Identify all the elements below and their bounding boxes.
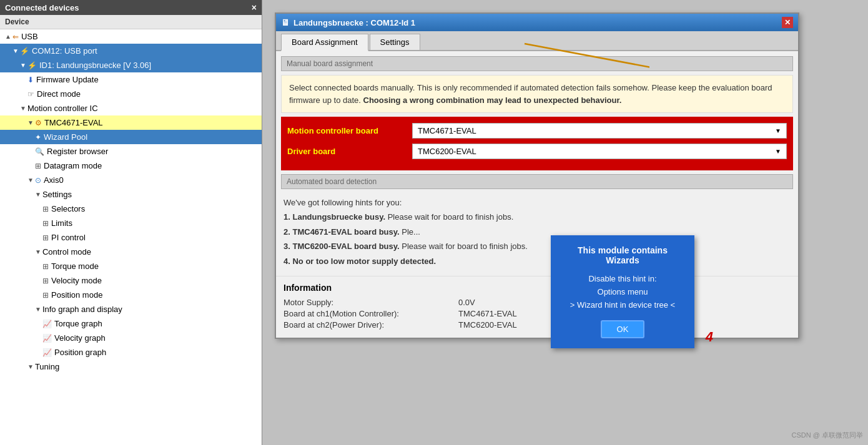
register-icon: 🔍 (35, 147, 44, 156)
info-key-ch2: Board at ch2(Power Driver): (284, 320, 458, 330)
com12-icon: ⚡ (20, 47, 29, 56)
tree-label-com12: COM12: USB port (32, 46, 97, 56)
expand-usb-icon: ▲ (5, 33, 11, 40)
motion-board-select[interactable]: TMC4671-EVAL ▼ (412, 123, 787, 139)
info-val-ch2: TMC6200-EVAL (458, 320, 517, 330)
tree-label-axis0: Axis0 (44, 175, 64, 185)
driver-board-select[interactable]: TMC6200-EVAL ▼ (412, 144, 787, 159)
driver-select-arrow: ▼ (775, 148, 781, 155)
wizard-tooltip-title: This module contains Wizards (563, 245, 682, 265)
tree-label-firmware: Firmware Update (36, 75, 99, 84)
hint-3-bold: TMC6200-EVAL board busy. (292, 242, 399, 251)
dialog-content: Manual board assignment Select connected… (276, 51, 798, 338)
expand-motion-icon: ▼ (20, 105, 26, 112)
hint-1: 1. Landungsbruecke busy. Please wait for… (284, 211, 791, 223)
info-val-ch1: TMC4671-EVAL (458, 309, 517, 318)
tree-item-wizard[interactable]: ✦ Wizard Pool (0, 130, 262, 144)
tree-item-register[interactable]: 🔍 Register browser (0, 144, 262, 159)
wizard-tooltip: This module contains Wizards Disable thi… (551, 235, 694, 348)
hint-2-bold: TMC4671-EVAL board busy. (292, 227, 399, 237)
info-row-motor: Motor Supply: 0.0V (284, 298, 791, 307)
watermark: CSDN @ 卓联微范同举 (792, 431, 863, 440)
tree-item-positionmode[interactable]: ⊞ Position mode (0, 288, 262, 302)
tree-label-usb: USB (21, 32, 38, 41)
direct-icon: ☞ (27, 90, 34, 99)
tree-item-usb[interactable]: ▲ ⇐ USB (0, 29, 262, 44)
limits-icon: ⊞ (42, 219, 49, 228)
left-panel: Connected devices × Device ▲ ⇐ USB ▼ ⚡ C… (0, 0, 262, 445)
info-key-ch1: Board at ch1(Motion Controller): (284, 309, 458, 318)
motion-board-value: TMC4671-EVAL (418, 126, 476, 135)
tree-item-tuning[interactable]: ▼ Tuning (0, 359, 262, 374)
tree-item-firmware[interactable]: ⬇ Firmware Update (0, 72, 262, 87)
dialog-title: Landungsbruecke : COM12-Id 1 (293, 18, 415, 27)
tree-item-control[interactable]: ▼ Control mode (0, 245, 262, 259)
tree-label-limits: Limits (51, 218, 72, 228)
hint-4: 4. No or too low motor supply detected. (284, 255, 791, 268)
wizard-ok-button[interactable]: OK (601, 320, 645, 338)
tree-item-pi[interactable]: ⊞ PI control (0, 230, 262, 245)
tree-item-selectors[interactable]: ⊞ Selectors (0, 202, 262, 216)
tree-item-limits[interactable]: ⊞ Limits (0, 216, 262, 230)
info-row-ch1: Board at ch1(Motion Controller): TMC4671… (284, 309, 791, 318)
manual-section-header: Manual board assignment (281, 56, 793, 71)
tree-label-positionmode: Position mode (51, 290, 102, 300)
id1-icon: ⚡ (27, 61, 37, 70)
wizard-icon: ✦ (35, 133, 41, 142)
tree-item-com12[interactable]: ▼ ⚡ COM12: USB port (0, 44, 262, 58)
tree-item-velocitymode[interactable]: ⊞ Velocity mode (0, 273, 262, 288)
tree-label-direct: Direct mode (37, 89, 81, 99)
titlebar-left: 🖥 Landungsbruecke : COM12-Id 1 (281, 17, 415, 27)
info-key-motor: Motor Supply: (284, 298, 458, 307)
datagram-icon: ⊞ (35, 162, 41, 170)
tooltip-line2: Options menu (563, 286, 682, 299)
driver-board-value: TMC6200-EVAL (418, 147, 476, 156)
tree-item-settings[interactable]: ▼ Settings (0, 187, 262, 202)
torquemode-icon: ⊞ (42, 262, 49, 271)
motion-board-row: Motion controller board TMC4671-EVAL ▼ (287, 123, 787, 139)
panel-device-header: Device (0, 15, 262, 29)
tab-settings[interactable]: Settings (370, 34, 420, 50)
tree-item-axis0[interactable]: ▼ ⊙ Axis0 (0, 173, 262, 187)
tree-label-datagram: Datagram mode (44, 161, 102, 170)
tooltip-line1: Disable this hint in: (563, 273, 682, 286)
tree-item-positiongraph[interactable]: 📈 Position graph (0, 345, 262, 359)
driver-board-label: Driver board (287, 147, 412, 156)
tree-label-infograph: Info graph and display (42, 305, 122, 314)
warning-bold: Choosing a wrong combination may lead to… (363, 95, 622, 105)
device-tree: ▲ ⇐ USB ▼ ⚡ COM12: USB port ▼ ⚡ ID1: Lan… (0, 29, 262, 445)
tree-item-torquegraph[interactable]: 📈 Torque graph (0, 316, 262, 331)
hint-1-rest: Please wait for board to finish jobs. (388, 212, 514, 222)
tree-item-direct[interactable]: ☞ Direct mode (0, 87, 262, 101)
tree-item-torquemode[interactable]: ⊞ Torque mode (0, 259, 262, 273)
tree-item-velocitygraph[interactable]: 📈 Velocity graph (0, 331, 262, 345)
axis-icon: ⊙ (35, 176, 41, 185)
selector-icon: ⊞ (42, 205, 49, 213)
expand-com12-icon: ▼ (12, 47, 19, 54)
auto-detect-header: Automated board detection (281, 174, 793, 189)
warning-box: Select connected boards manually. This i… (281, 75, 793, 113)
dialog-titlebar: 🖥 Landungsbruecke : COM12-Id 1 ✕ (276, 14, 798, 31)
tree-label-settings: Settings (42, 190, 72, 199)
hint-2: 2. TMC4671-EVAL board busy. Ple... (284, 226, 791, 238)
tree-item-motion[interactable]: ▼ Motion controller IC (0, 101, 262, 115)
tree-label-tmc4671: TMC4671-EVAL (44, 118, 103, 127)
tree-label-velocitygraph: Velocity graph (54, 333, 106, 343)
tab-board-assignment[interactable]: Board Assignment (281, 34, 368, 51)
tree-label-positiongraph: Position graph (54, 348, 106, 357)
panel-close-btn[interactable]: × (252, 2, 257, 12)
dialog-tabs: Board Assignment Settings (276, 31, 798, 51)
dialog-window: 🖥 Landungsbruecke : COM12-Id 1 ✕ Board A… (275, 12, 799, 339)
tree-label-selectors: Selectors (51, 204, 85, 213)
expand-tmc-icon: ▼ (27, 119, 34, 126)
tree-item-datagram[interactable]: ⊞ Datagram mode (0, 159, 262, 173)
firmware-icon: ⬇ (27, 76, 34, 84)
tree-item-id1[interactable]: ▼ ⚡ ID1: Landungsbruecke [V 3.06] (0, 58, 262, 72)
tree-item-infograph[interactable]: ▼ Info graph and display (0, 302, 262, 316)
dialog-close-btn[interactable]: ✕ (782, 17, 793, 28)
expand-infograph-icon: ▼ (35, 306, 41, 313)
tree-label-velocitymode: Velocity mode (51, 276, 102, 285)
velocitygraph-icon: 📈 (42, 334, 52, 343)
expand-control-icon: ▼ (35, 248, 41, 255)
tree-item-tmc4671[interactable]: ▼ ⚙ TMC4671-EVAL (0, 115, 262, 130)
